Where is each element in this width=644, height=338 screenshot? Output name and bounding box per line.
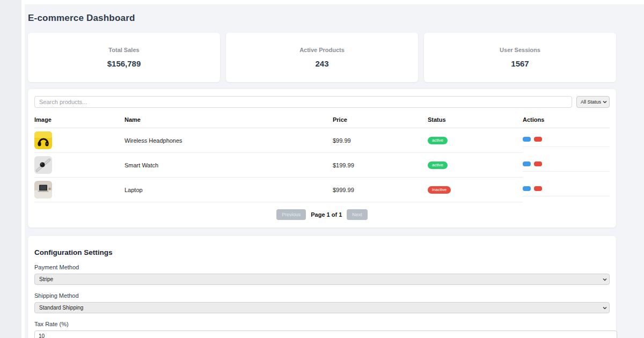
stat-label: User Sessions	[500, 47, 540, 53]
product-name: Wireless Headphones	[125, 128, 333, 153]
stat-card-user-sessions: User Sessions 1567	[424, 33, 616, 82]
product-actions-cell	[523, 128, 610, 153]
status-badge: inactive	[428, 186, 451, 194]
status-filter-select[interactable]: All Status	[576, 96, 610, 108]
edit-button[interactable]	[523, 161, 531, 166]
products-card: All Status Image Name Price Status Actio…	[28, 89, 616, 227]
stat-card-active-products: Active Products 243	[226, 33, 418, 82]
product-price: $199.99	[333, 153, 428, 178]
product-image-cell	[34, 153, 125, 178]
headphones-product-image	[34, 131, 52, 149]
page-title: E-commerce Dashboard	[28, 13, 616, 24]
shipping-method-label: Shipping Method	[34, 292, 610, 299]
next-page-button[interactable]: Next	[347, 209, 368, 220]
laptop-product-image	[34, 181, 52, 199]
smart-watch-product-image	[34, 156, 52, 174]
product-status-cell: active	[428, 128, 523, 153]
dashboard-panel: E-commerce Dashboard Total Sales $156,78…	[25, 4, 644, 338]
actions-box	[523, 186, 610, 196]
configuration-card: Configuration Settings Payment Method St…	[28, 236, 616, 338]
pagination: Previous Page 1 of 1 Next	[34, 209, 610, 220]
status-badge: active	[428, 137, 448, 144]
product-actions-cell	[523, 153, 610, 178]
column-header-status: Status	[428, 112, 523, 128]
delete-button[interactable]	[534, 186, 542, 191]
payment-method-label: Payment Method	[34, 264, 610, 270]
payment-method-select[interactable]: Stripe	[34, 274, 610, 285]
stats-row: Total Sales $156,789 Active Products 243…	[28, 33, 616, 82]
edit-button[interactable]	[523, 137, 531, 142]
app-shell: E-commerce Dashboard Total Sales $156,78…	[21, 0, 644, 338]
column-header-image: Image	[34, 112, 125, 128]
table-row: Wireless Headphones $99.99 active	[34, 128, 610, 153]
stat-value: $156,789	[107, 59, 141, 68]
shipping-method-select[interactable]: Standard Shipping	[34, 302, 610, 313]
actions-box	[523, 161, 610, 172]
delete-button[interactable]	[534, 137, 542, 142]
product-image-cell	[34, 178, 125, 202]
table-header-row: Image Name Price Status Actions	[34, 112, 610, 128]
product-price: $999.99	[333, 178, 428, 202]
filter-row: All Status	[34, 96, 610, 108]
configuration-title: Configuration Settings	[34, 248, 610, 256]
product-status-cell: active	[428, 153, 523, 178]
stat-card-total-sales: Total Sales $156,789	[28, 33, 220, 82]
product-name: Laptop	[125, 178, 333, 202]
column-header-name: Name	[125, 112, 333, 128]
stat-value: 243	[315, 59, 328, 68]
actions-box	[523, 137, 610, 147]
product-name: Smart Watch	[125, 153, 333, 178]
delete-button[interactable]	[534, 161, 542, 166]
stat-value: 1567	[511, 59, 529, 68]
product-status-cell: inactive	[428, 178, 523, 202]
stat-label: Active Products	[299, 47, 345, 53]
payment-method-wrap: Stripe	[34, 274, 610, 285]
status-filter-wrap: All Status	[576, 96, 610, 108]
page-indicator: Page 1 of 1	[311, 211, 342, 218]
tax-rate-label: Tax Rate (%)	[34, 321, 610, 327]
stat-label: Total Sales	[108, 47, 139, 53]
search-input[interactable]	[34, 96, 572, 108]
table-row: Laptop $999.99 inactive	[34, 178, 610, 202]
edit-button[interactable]	[523, 186, 531, 191]
table-row: Smart Watch $199.99 active	[34, 153, 610, 178]
tax-rate-input[interactable]	[34, 330, 617, 338]
shipping-method-wrap: Standard Shipping	[34, 302, 610, 313]
product-price: $99.99	[333, 128, 428, 153]
previous-page-button[interactable]: Previous	[276, 209, 306, 220]
column-header-actions: Actions	[523, 112, 610, 128]
status-badge: active	[428, 161, 448, 169]
product-image-cell	[34, 128, 125, 153]
column-header-price: Price	[333, 112, 428, 128]
product-actions-cell	[523, 178, 610, 202]
